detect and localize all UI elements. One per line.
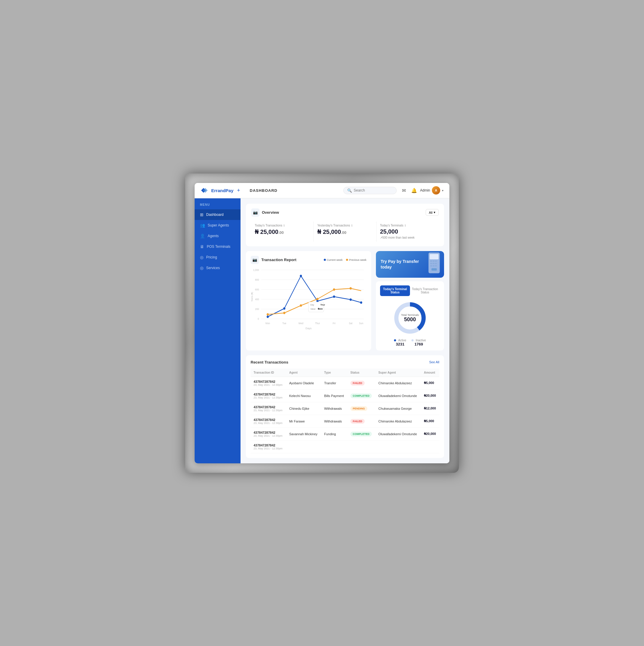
- col-status: Status: [348, 368, 376, 377]
- svg-text:400: 400: [255, 298, 259, 301]
- pricing-icon: ◎: [200, 255, 203, 260]
- overview-header: 📷 Overview All ▾: [251, 208, 439, 217]
- admin-area[interactable]: Admin A ▾: [420, 186, 444, 195]
- tab-transaction-status[interactable]: Today's Transaction Status: [410, 286, 440, 296]
- sidebar-item-agents[interactable]: 👤 Agents: [195, 231, 241, 241]
- overview-icon: 📷: [251, 208, 260, 217]
- page-title: DASHBOARD: [250, 188, 278, 193]
- see-all-link[interactable]: See All: [429, 360, 439, 364]
- pos-icon: 🖥: [200, 244, 204, 249]
- cell-type: Withdrawals: [321, 402, 348, 415]
- info-icon-yesterday-tx: ℹ: [351, 224, 353, 227]
- transactions-table: Transaction ID Agent Type Status Super A…: [251, 368, 439, 453]
- svg-rect-49: [432, 268, 437, 271]
- svg-rect-42: [435, 260, 437, 262]
- svg-text:Wed: Wed: [299, 322, 304, 325]
- table-row: 437847287842 23, May 2021 - 12:30pm Kele…: [251, 389, 439, 402]
- cell-type: Transfer: [321, 376, 348, 389]
- terminal-legend: Active 3231 Inactive 1769: [380, 339, 440, 346]
- cell-type: Withdrawals: [321, 415, 348, 428]
- pay-transfer-text: Try Pay by Transfer today: [381, 259, 419, 270]
- cell-status: COMPLETED: [348, 428, 376, 440]
- svg-rect-47: [433, 265, 435, 266]
- sidebar-item-pos-terminals[interactable]: 🖥 POS Terminals: [195, 241, 241, 252]
- cell-tx-id: 437847287842 23, May 2021 - 12:30pm: [251, 440, 286, 453]
- sidebar-item-super-agents[interactable]: 👥 Super Agents: [195, 220, 241, 231]
- sidebar-item-dashboard[interactable]: ⊞ Dashboard: [195, 209, 241, 220]
- admin-name: Admin: [420, 188, 430, 193]
- table-row: 437847287842 23, May 2021 - 12:30pm Ayob…: [251, 376, 439, 389]
- status-badge: FAILED: [351, 381, 365, 386]
- col-type: Type: [321, 368, 348, 377]
- sidebar-item-services[interactable]: ◎ Services: [195, 262, 241, 273]
- transactions-title: Recent Transactions: [251, 360, 288, 364]
- pay-transfer-card: Try Pay by Transfer today: [376, 251, 444, 278]
- cell-super-agent: Oluwafadekemi Omotunde: [375, 389, 421, 402]
- overview-title: 📷 Overview: [251, 208, 279, 217]
- metric-sub-terminals: ↗500 more than last week: [380, 236, 435, 239]
- bell-icon-button[interactable]: 🔔: [410, 187, 418, 195]
- sidebar-item-pricing[interactable]: ◎ Pricing: [195, 252, 241, 262]
- active-dot: [394, 339, 396, 341]
- svg-point-20: [267, 316, 269, 318]
- overview-card: 📷 Overview All ▾ Today's Transactions: [246, 204, 444, 246]
- svg-rect-40: [431, 260, 432, 262]
- cell-status: COMPLETED: [348, 389, 376, 402]
- table-row: 437847287842 23, May 2021 - 12:30pm: [251, 440, 439, 453]
- pos-device-illustration: [423, 251, 444, 278]
- cell-tx-id: 437847287842 23, May 2021 - 12:30pm: [251, 389, 286, 402]
- svg-text:Mon: Mon: [265, 322, 270, 325]
- svg-text:Sun: Sun: [359, 322, 363, 325]
- chart-header: 📷 Transaction Report Current week Previo…: [251, 256, 366, 264]
- cell-amount: ₦5,000: [421, 376, 439, 389]
- svg-point-28: [283, 312, 285, 314]
- logo-icon: [200, 187, 209, 194]
- sidebar: MENU ⊞ Dashboard 👥 Super Agents 👤 Agents…: [195, 198, 241, 463]
- transactions-card: Recent Transactions See All Transaction …: [246, 355, 444, 458]
- cell-tx-id: 437847287842 23, May 2021 - 12:30pm: [251, 402, 286, 415]
- cell-super-agent: Chimaroke Abdulazeez: [375, 376, 421, 389]
- svg-text:Sat: Sat: [349, 322, 353, 325]
- services-icon: ◎: [200, 265, 203, 270]
- metric-today-terminals: Today's Terminals ℹ 25,000 ↗500 more tha…: [376, 221, 439, 242]
- metric-today-transactions: Today's Transactions ℹ ₦ 25,000.00: [251, 221, 314, 242]
- metric-yesterday-transactions: Yesterday's Transactions ℹ ₦ 25,000.00: [314, 221, 376, 242]
- chevron-down-icon-filter: ▾: [434, 211, 436, 214]
- donut-label: Total Terminals 5000: [401, 313, 419, 322]
- svg-text:0: 0: [258, 317, 259, 320]
- main-layout: MENU ⊞ Dashboard 👥 Super Agents 👤 Agents…: [195, 198, 449, 463]
- right-panel: Try Pay by Transfer today: [376, 251, 444, 350]
- svg-text:600: 600: [255, 288, 259, 291]
- svg-point-26: [360, 301, 362, 304]
- search-input[interactable]: [354, 188, 393, 193]
- cell-tx-id: 437847287842 23, May 2021 - 12:30pm: [251, 415, 286, 428]
- filter-button[interactable]: All ▾: [426, 209, 439, 216]
- svg-rect-43: [431, 263, 432, 264]
- logo-area: ErrandPay +: [200, 187, 245, 194]
- frame-outer: ErrandPay + DASHBOARD 🔍 ✉ 🔔 Admin A ▾: [185, 174, 459, 473]
- cell-agent: Ayobami Oladele: [286, 376, 321, 389]
- col-tx-id: Transaction ID: [251, 368, 286, 377]
- inactive-dot: [411, 339, 413, 341]
- transactions-header: Recent Transactions See All: [251, 360, 439, 364]
- svg-rect-46: [431, 265, 432, 266]
- menu-label: MENU: [195, 203, 241, 206]
- legend-inactive: Inactive 1769: [411, 339, 426, 346]
- chart-legend: Current week Previous week: [324, 258, 366, 261]
- tab-terminal-status[interactable]: Today's Terminal Status: [380, 286, 410, 296]
- cell-type: [321, 440, 348, 453]
- info-icon-today-tx: ℹ: [283, 224, 285, 227]
- chart-area: 1,000 800 600 400 200 0 Mon Tue Wed Thu: [251, 267, 366, 326]
- cell-status: PENDING: [348, 402, 376, 415]
- avatar: A: [432, 186, 440, 195]
- sidebar-item-label-agents: Agents: [208, 234, 218, 238]
- mail-icon-button[interactable]: ✉: [401, 187, 407, 195]
- x-axis-title: Days: [251, 327, 366, 330]
- svg-point-24: [333, 296, 335, 298]
- svg-point-32: [350, 287, 352, 290]
- table-row: 437847287842 23, May 2021 - 12:30pm Mr F…: [251, 415, 439, 428]
- svg-rect-39: [430, 254, 439, 259]
- sidebar-item-label-pos: POS Terminals: [207, 244, 231, 249]
- cell-status: [348, 440, 376, 453]
- plus-button[interactable]: +: [237, 187, 240, 194]
